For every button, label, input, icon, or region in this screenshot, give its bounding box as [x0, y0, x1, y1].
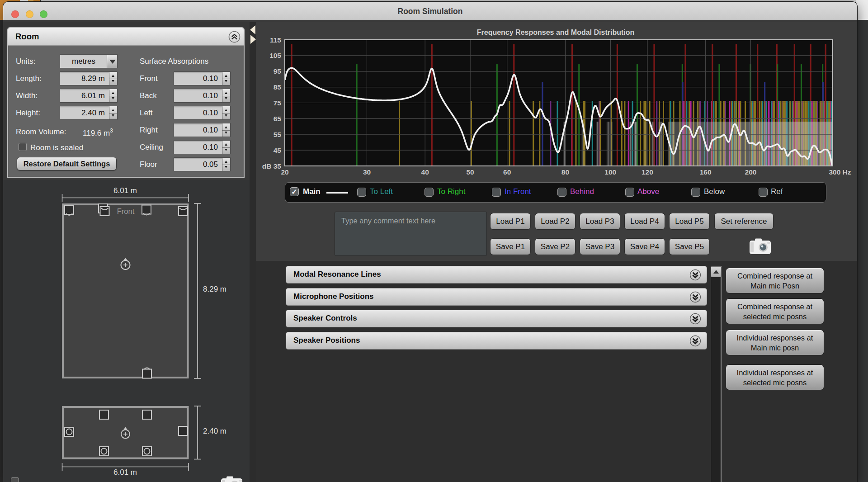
svg-text:60: 60: [503, 168, 511, 176]
svg-text:2.40 m: 2.40 m: [203, 427, 226, 435]
svg-text:80: 80: [561, 168, 569, 176]
svg-text:95: 95: [274, 67, 282, 75]
svg-text:115: 115: [270, 36, 281, 44]
svg-text:6.01 m: 6.01 m: [113, 186, 137, 195]
svg-text:105: 105: [269, 52, 281, 59]
svg-text:75: 75: [274, 99, 282, 107]
svg-text:300 Hz: 300 Hz: [829, 168, 851, 176]
svg-text:85: 85: [274, 83, 282, 91]
svg-text:120: 120: [642, 168, 653, 176]
svg-text:65: 65: [274, 115, 282, 123]
svg-text:8.29 m: 8.29 m: [203, 285, 226, 293]
svg-text:dB 35: dB 35: [262, 162, 282, 170]
svg-text:50: 50: [466, 168, 474, 176]
svg-text:200: 200: [745, 168, 757, 176]
svg-text:160: 160: [700, 168, 712, 176]
svg-text:100: 100: [604, 168, 616, 176]
svg-text:Front: Front: [117, 207, 135, 215]
svg-text:30: 30: [363, 168, 371, 176]
svg-text:45: 45: [274, 146, 282, 154]
svg-text:55: 55: [274, 131, 282, 138]
svg-text:Frequency Responses and Modal: Frequency Responses and Modal Distributi…: [477, 28, 635, 36]
svg-text:40: 40: [421, 168, 429, 176]
svg-text:20: 20: [281, 168, 288, 176]
svg-text:6.01 m: 6.01 m: [113, 468, 137, 477]
